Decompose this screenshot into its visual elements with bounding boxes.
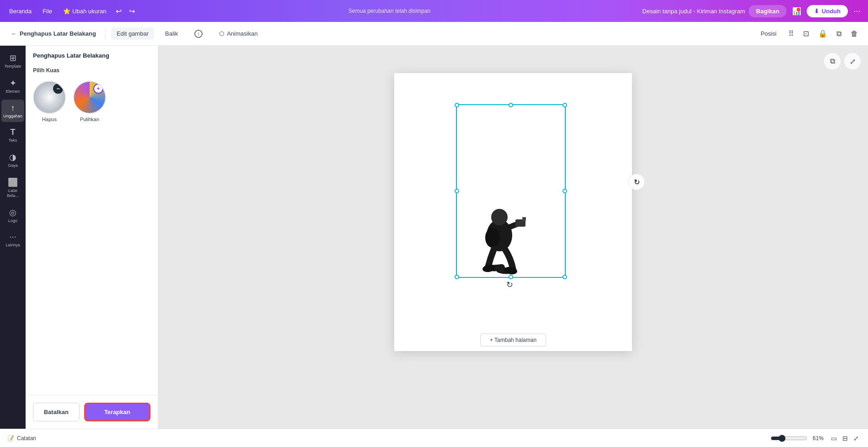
info-button[interactable]: i [189,27,208,41]
hapus-brush[interactable]: − Hapus [33,81,66,122]
file-button[interactable]: File [39,6,56,16]
toolbar-right-actions: Posisi ⠿ ⊡ 🔒 ⧉ 🗑 [755,27,861,41]
analytics-button[interactable]: 📊 [790,5,803,17]
lock-icon-button[interactable]: 🔒 [815,27,830,41]
sidebar-item-more[interactable]: ··· Lainnya [1,229,24,251]
top-navigation: Beranda File ⭐ Ubah ukuran ↩ ↪ Semua per… [0,0,868,22]
sidebar-item-uploads[interactable]: ↑ Unggahan [1,100,24,122]
info-icon: i [194,30,203,38]
sidebar-item-template[interactable]: ⊞ Template [1,49,24,73]
cancel-button[interactable]: Batalkan [33,403,80,421]
brush-section-title: Pilih Kuas [26,64,158,77]
canvas-page: ↻ ↻ [394,73,632,329]
pulihkan-label: Pulihkan [80,117,99,122]
handle-top-right[interactable] [563,103,567,107]
trash-icon-button[interactable]: 🗑 [848,27,861,41]
bottom-bar: 📝 Catatan 61% ▭ ⊟ ⤢ [0,429,868,447]
animate-icon: ⬡ [219,30,224,37]
canvas-area[interactable]: ⧉ ⤢ [158,46,868,429]
editor-toolbar: ← Penghapus Latar Belakang Edit gambar B… [0,22,868,46]
logo-icon: ◎ [9,208,16,218]
duplicate-icon-button[interactable]: ⧉ [834,27,844,41]
style-icon: ◑ [9,152,16,162]
share-icon-button[interactable]: ⊡ [800,27,812,41]
copy-canvas-button[interactable]: ⧉ [824,53,841,69]
sidebar-item-label-logo: Logo [8,218,17,224]
hapus-brush-circle: − [33,81,66,114]
template-icon: ⊞ [10,53,16,63]
pulihkan-brush-circle: + [73,81,106,114]
handle-bottom-right[interactable] [563,275,567,279]
redo-button[interactable]: ↪ [127,5,137,17]
zoom-percent: 61% [813,435,824,442]
canvas-top-actions: ⧉ ⤢ [824,53,861,69]
notes-button[interactable]: 📝 Catatan [7,435,36,442]
sidebar-item-label-elements: Elemen [6,89,20,94]
canvas-wrapper: ↻ ↻ + Tambah halaman [394,73,632,351]
animate-button[interactable]: ⬡ Animasikan [214,27,263,40]
toolbar-divider [105,27,106,40]
download-button[interactable]: ⬇ Unduh [807,5,848,17]
zoom-slider[interactable] [771,435,807,442]
handle-top-left[interactable] [455,103,459,107]
sidebar-item-text[interactable]: T Teks [1,124,24,147]
panel-title: Penghapus Latar Belakang [26,46,158,64]
sidebar-item-label-background: Latar Bela... [3,188,22,198]
sidebar-item-elements[interactable]: ✦ Elemen [1,74,24,98]
sidebar-item-style[interactable]: ◑ Gaya [1,149,24,172]
home-button[interactable]: Beranda [5,6,35,16]
back-button[interactable]: ← Penghapus Latar Belakang [7,28,100,39]
handle-middle-left[interactable] [455,189,459,193]
svg-point-2 [485,228,500,248]
nav-center: Semua perubahan telah disimpan [140,8,639,14]
notes-icon: 📝 [7,435,14,442]
document-title: Desain tanpa judul - Kiriman Instagram [643,8,745,15]
plus-icon: + [93,84,103,94]
sidebar-item-background[interactable]: ⬜ Latar Bela... [1,174,24,202]
save-status: Semua perubahan telah disimpan [348,8,430,14]
expand-canvas-button[interactable]: ⤢ [844,53,861,69]
zoom-control [771,435,807,442]
edit-image-button[interactable]: Edit gambar [111,27,154,40]
notification-dot [797,8,800,11]
svg-point-1 [491,209,508,225]
position-button[interactable]: Posisi [755,27,782,40]
svg-rect-4 [522,217,526,221]
handle-top-center[interactable] [509,103,513,107]
share-button[interactable]: Bagikan [749,5,787,17]
fullscreen-button[interactable]: ⤢ [852,434,861,443]
sidebar-item-label-template: Template [5,64,21,69]
photographer-svg [467,192,531,283]
download-icon: ⬇ [814,8,819,15]
sidebar-item-label-more: Lainnya [5,243,20,248]
resize-button[interactable]: ⭐ Ubah ukuran [59,6,110,16]
grid-icon-button[interactable]: ⠿ [786,27,797,41]
analytics-icon-wrap: 📊 [790,5,803,17]
flip-button[interactable]: Balik [160,27,183,40]
undo-button[interactable]: ↩ [114,5,123,17]
add-page-button[interactable]: + Tambah halaman [480,334,546,346]
sidebar-item-logo[interactable]: ◎ Logo [1,204,24,227]
pulihkan-brush[interactable]: + Pulihkan [73,81,106,122]
star-icon: ⭐ [63,8,70,15]
bottom-right-controls: 61% ▭ ⊟ ⤢ [771,434,861,443]
background-icon: ⬜ [8,177,18,187]
handle-middle-right[interactable] [563,189,567,193]
view-buttons: ▭ ⊟ ⤢ [829,434,861,443]
sidebar-item-label-uploads: Unggahan [3,114,22,119]
brush-panel: Penghapus Latar Belakang Pilih Kuas − Ha… [26,46,158,429]
more-options-button[interactable]: ⋯ [852,5,863,17]
apply-button[interactable]: Terapkan [84,403,150,421]
elements-icon: ✦ [10,78,16,88]
sidebar-item-label-text: Teks [9,138,17,143]
text-icon: T [11,128,16,137]
multi-page-view-button[interactable]: ⊟ [841,434,850,443]
nav-right-actions: Bagikan 📊 ⬇ Unduh ⋯ [749,5,863,17]
panel-footer: Batalkan Terapkan [26,395,158,429]
more-icon: ··· [9,232,16,242]
handle-bottom-left[interactable] [455,275,459,279]
refresh-button[interactable]: ↻ [628,174,645,190]
single-page-view-button[interactable]: ▭ [829,434,839,443]
brush-grid: − Hapus + Pulihkan [26,77,158,126]
notes-label: Catatan [17,435,36,442]
